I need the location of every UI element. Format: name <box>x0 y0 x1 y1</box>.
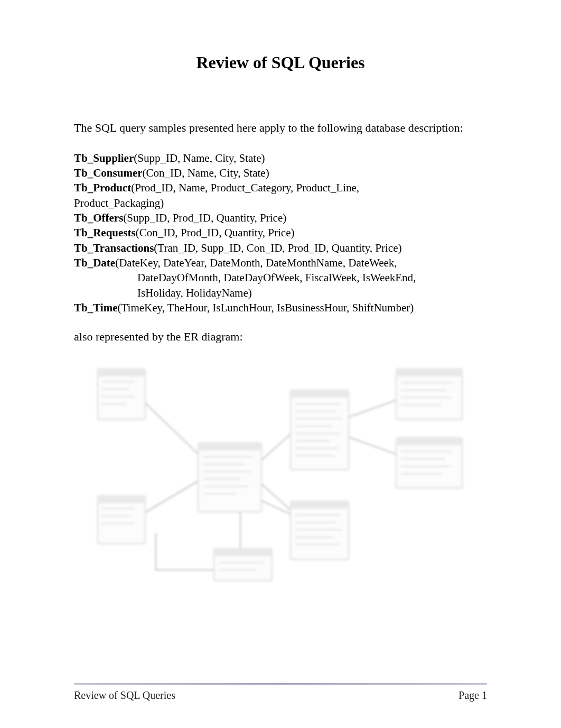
table-fields: (Tran_ID, Supp_ID, Con_ID, Prod_ID, Quan… <box>154 242 401 254</box>
table-fields: (TimeKey, TheHour, IsLunchHour, IsBusine… <box>117 301 414 314</box>
schema-row-product-cont: Product_Packaging) <box>74 196 487 210</box>
schema-block: Tb_Supplier(Supp_ID, Name, City, State) … <box>74 151 487 316</box>
er-diagram <box>71 358 483 586</box>
svg-rect-20 <box>291 501 349 509</box>
svg-rect-18 <box>198 443 261 450</box>
svg-rect-11 <box>291 390 349 469</box>
schema-row-date: Tb_Date(DateKey, DateYear, DateMonth, Da… <box>74 255 487 270</box>
page-title: Review of SQL Queries <box>74 53 487 72</box>
table-fields: (Con_ID, Name, City, State) <box>143 167 269 179</box>
svg-rect-13 <box>396 369 462 419</box>
document-page: Review of SQL Queries The SQL query samp… <box>0 0 561 728</box>
schema-row-time: Tb_Time(TimeKey, TheHour, IsLunchHour, I… <box>74 300 487 315</box>
table-fields: (DateKey, DateYear, DateMonth, DateMonth… <box>115 256 397 269</box>
footer-page: Page 1 <box>459 689 487 702</box>
svg-rect-22 <box>396 438 462 445</box>
table-name: Tb_Date <box>74 256 115 269</box>
er-diagram-svg <box>71 358 483 586</box>
svg-rect-21 <box>396 369 462 376</box>
table-name: Tb_Consumer <box>74 167 143 179</box>
svg-rect-16 <box>98 369 145 376</box>
table-name: Tb_Transactions <box>74 242 154 254</box>
svg-rect-17 <box>98 496 145 503</box>
svg-rect-23 <box>214 549 272 556</box>
svg-rect-19 <box>291 390 349 398</box>
schema-row-offers: Tb_Offers(Supp_ID, Prod_ID, Quantity, Pr… <box>74 210 487 225</box>
svg-rect-12 <box>291 501 349 559</box>
schema-row-date-cont1: DateDayOfMonth, DateDayOfWeek, FiscalWee… <box>74 270 487 285</box>
schema-row-requests: Tb_Requests(Con_ID, Prod_ID, Quantity, P… <box>74 225 487 240</box>
page-footer: Review of SQL Queries Page 1 <box>74 689 487 702</box>
intro-paragraph: The SQL query samples presented here app… <box>74 120 487 136</box>
footer-page-label: Page <box>459 689 479 701</box>
also-paragraph: also represented by the ER diagram: <box>74 330 487 344</box>
table-name: Tb_Product <box>74 181 131 194</box>
table-name: Tb_Offers <box>74 211 123 224</box>
schema-row-transactions: Tb_Transactions(Tran_ID, Supp_ID, Con_ID… <box>74 241 487 255</box>
footer-rule <box>74 683 487 685</box>
table-fields: (Supp_ID, Name, City, State) <box>134 152 265 164</box>
table-name: Tb_Time <box>74 301 117 314</box>
table-fields: (Con_ID, Prod_ID, Quantity, Price) <box>136 226 295 239</box>
svg-rect-8 <box>98 369 145 419</box>
svg-rect-14 <box>396 438 462 488</box>
schema-row-consumer: Tb_Consumer(Con_ID, Name, City, State) <box>74 165 487 180</box>
table-fields: (Supp_ID, Prod_ID, Quantity, Price) <box>123 211 286 224</box>
svg-rect-10 <box>198 443 261 512</box>
table-fields: (Prod_ID, Name, Product_Category, Produc… <box>131 181 359 194</box>
table-name: Tb_Requests <box>74 226 136 239</box>
schema-row-date-cont2: IsHoliday, HolidayName) <box>74 285 487 300</box>
footer-page-number: 1 <box>482 689 487 701</box>
schema-row-supplier: Tb_Supplier(Supp_ID, Name, City, State) <box>74 151 487 165</box>
schema-row-product: Tb_Product(Prod_ID, Name, Product_Catego… <box>74 180 487 195</box>
table-name: Tb_Supplier <box>74 152 134 164</box>
footer-title: Review of SQL Queries <box>74 689 175 702</box>
